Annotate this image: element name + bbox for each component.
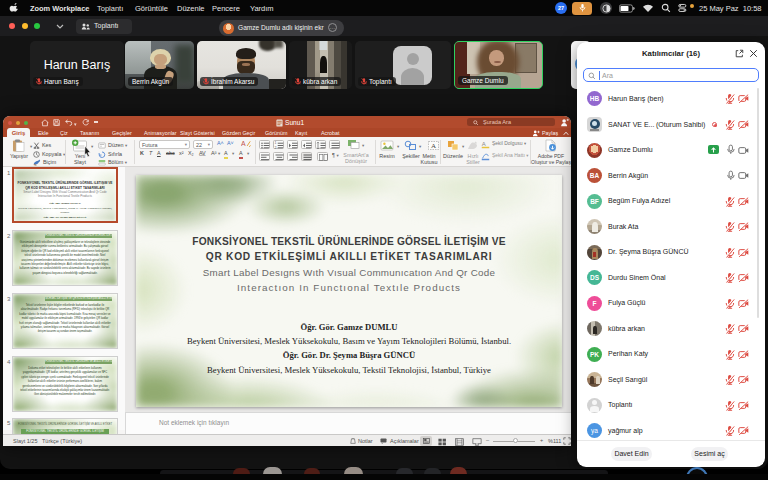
svg-text:A: A [482,140,486,146]
svg-text:1: 1 [275,141,277,145]
svg-text:A: A [241,140,246,147]
svg-text:A: A [431,142,436,150]
svg-text:2: 2 [275,146,277,150]
